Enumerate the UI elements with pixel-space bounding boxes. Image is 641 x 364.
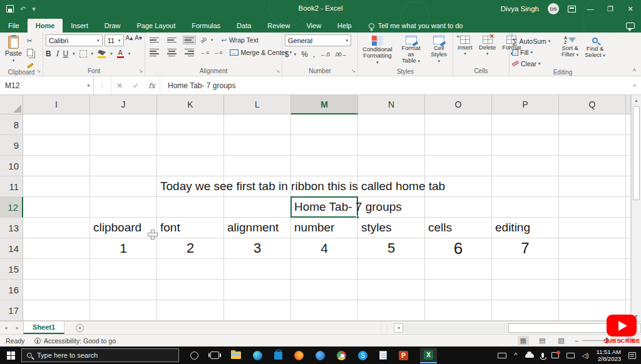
restore-button[interactable]: ❐ xyxy=(605,5,616,13)
column-header-N[interactable]: N xyxy=(358,95,425,114)
taskbar-search-input[interactable]: Type here to search xyxy=(21,348,179,362)
sort-filter-button[interactable]: AZ Sort &Filter ▾ xyxy=(560,34,580,68)
cell-M15[interactable] xyxy=(291,259,358,280)
cell-I16[interactable] xyxy=(23,280,90,300)
number-format-select[interactable]: General▾ xyxy=(285,34,351,46)
tab-insert[interactable]: Insert xyxy=(63,19,96,33)
cell-Q13[interactable] xyxy=(559,218,626,238)
cell-P15[interactable] xyxy=(492,259,559,280)
cell-N9[interactable] xyxy=(358,135,425,156)
hidden-icons-chevron[interactable]: ^ xyxy=(514,351,517,359)
clipboard-dialog-launcher[interactable]: ↘ xyxy=(36,68,41,74)
row-header-13[interactable]: 13 xyxy=(0,218,23,238)
app-icon[interactable] xyxy=(315,351,325,360)
cell-N14[interactable]: 5 xyxy=(358,238,425,259)
cell-J17[interactable] xyxy=(90,300,157,321)
fill-handle[interactable] xyxy=(356,216,359,219)
touch-keyboard-icon[interactable] xyxy=(498,353,506,358)
close-button[interactable]: ✕ xyxy=(625,5,636,13)
font-dialog-launcher[interactable]: ↘ xyxy=(138,68,143,74)
cell-Q16[interactable] xyxy=(559,280,626,300)
copy-button[interactable] xyxy=(27,48,34,57)
page-layout-view-button[interactable]: ▤ xyxy=(536,336,548,345)
row-header-12[interactable]: 12 xyxy=(0,197,23,218)
row-header-14[interactable]: 14 xyxy=(0,238,23,259)
paste-button[interactable]: Paste ▾ xyxy=(3,34,24,68)
cell-O15[interactable] xyxy=(425,259,492,280)
row-header-11[interactable]: 11 xyxy=(0,176,23,197)
cell-L10[interactable] xyxy=(224,156,291,176)
conditional-formatting-button[interactable]: ConditionalFormatting ▾ xyxy=(361,34,394,67)
onedrive-icon[interactable] xyxy=(525,353,534,358)
grow-font-button[interactable]: A▴ xyxy=(126,34,133,46)
tab-view[interactable]: View xyxy=(298,19,329,33)
cell-Q12[interactable] xyxy=(559,197,626,218)
cell-P14[interactable]: 7 xyxy=(492,238,559,259)
fill-color-button[interactable] xyxy=(98,50,106,58)
vertical-scroll-thumb[interactable] xyxy=(633,106,640,200)
alignment-dialog-launcher[interactable]: ↘ xyxy=(275,68,280,74)
cell-partial-14[interactable] xyxy=(626,238,631,259)
scroll-left-icon[interactable]: ◂ xyxy=(394,323,403,333)
column-header-O[interactable]: O xyxy=(425,95,492,114)
tab-page-layout[interactable]: Page Layout xyxy=(128,19,183,33)
cell-J13[interactable]: clipboard xyxy=(90,218,157,238)
align-bottom-button[interactable] xyxy=(183,36,196,45)
row-header-17[interactable]: 17 xyxy=(0,300,23,321)
cell-L8[interactable] xyxy=(224,114,291,135)
cell-L9[interactable] xyxy=(224,135,291,156)
cell-partial-13[interactable] xyxy=(626,218,631,238)
cell-J15[interactable] xyxy=(90,259,157,280)
decrease-indent-button[interactable]: ←≡ xyxy=(200,49,209,56)
cell-O9[interactable] xyxy=(425,135,492,156)
cell-K10[interactable] xyxy=(157,156,224,176)
increase-decimal-button[interactable]: ←.0 xyxy=(320,51,329,58)
cell-partial-15[interactable] xyxy=(626,259,631,280)
cell-O12[interactable] xyxy=(425,197,492,218)
cell-J11[interactable] xyxy=(90,176,157,197)
italic-button[interactable]: I xyxy=(56,49,59,58)
notification-app-icon[interactable] xyxy=(551,352,559,358)
cell-N8[interactable] xyxy=(358,114,425,135)
cell-O10[interactable] xyxy=(425,156,492,176)
cell-I15[interactable] xyxy=(23,259,90,280)
microphone-icon[interactable] xyxy=(541,353,544,358)
avatar[interactable]: DS xyxy=(548,3,559,14)
edge-icon[interactable] xyxy=(253,351,262,360)
cell-K12[interactable] xyxy=(157,197,224,218)
formula-input[interactable]: Home Tab- 7 groups xyxy=(160,76,628,94)
cell-I8[interactable] xyxy=(23,114,90,135)
find-select-button[interactable]: Find &Select ▾ xyxy=(583,34,607,68)
column-header-Q[interactable]: Q xyxy=(559,95,626,114)
tell-me-box[interactable]: Tell me what you want to do xyxy=(369,22,463,33)
underline-caret-icon[interactable]: ▾ xyxy=(73,51,75,56)
fill-button[interactable]: ↓Fill▾ xyxy=(512,48,557,57)
minimize-button[interactable]: — xyxy=(585,5,596,13)
tab-help[interactable]: Help xyxy=(329,19,360,33)
cancel-entry-icon[interactable]: ✕ xyxy=(111,76,128,94)
cell-Q11[interactable] xyxy=(559,176,626,197)
normal-view-button[interactable]: ▦ xyxy=(518,336,529,345)
zoom-out-button[interactable]: − xyxy=(575,337,578,345)
font-size-select[interactable]: 11▾ xyxy=(105,34,124,46)
powerpoint-icon[interactable]: P xyxy=(399,351,408,360)
cell-M13[interactable]: number xyxy=(291,218,358,238)
format-as-table-button[interactable]: Format asTable ▾ xyxy=(397,34,426,67)
start-button[interactable] xyxy=(0,346,21,364)
new-sheet-button[interactable]: + xyxy=(76,324,84,332)
tab-data[interactable]: Data xyxy=(228,19,259,33)
cell-L12[interactable] xyxy=(224,197,291,218)
name-box-caret-icon[interactable]: ▾ xyxy=(87,83,90,88)
cell-Q9[interactable] xyxy=(559,135,626,156)
tab-file[interactable]: File xyxy=(0,19,28,33)
shrink-font-button[interactable]: A▾ xyxy=(135,34,142,46)
cell-K15[interactable] xyxy=(157,259,224,280)
file-explorer-icon[interactable] xyxy=(231,351,241,359)
column-header-I[interactable]: I xyxy=(23,95,90,114)
task-view-icon[interactable] xyxy=(210,351,219,359)
cell-M17[interactable] xyxy=(291,300,358,321)
cell-P12[interactable] xyxy=(492,197,559,218)
delete-cells-button[interactable]: Delete▾ xyxy=(477,34,498,66)
cell-I12[interactable] xyxy=(23,197,90,218)
cell-Q8[interactable] xyxy=(559,114,626,135)
